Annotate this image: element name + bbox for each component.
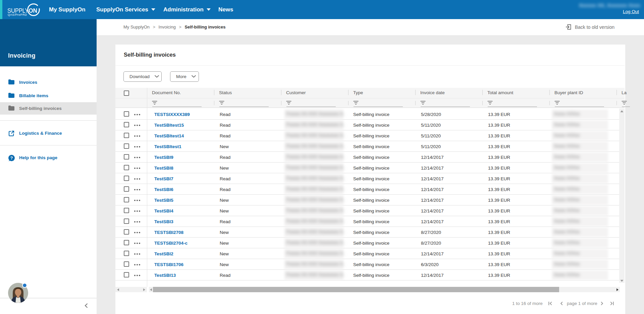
svg-text:?: ?: [10, 155, 13, 161]
